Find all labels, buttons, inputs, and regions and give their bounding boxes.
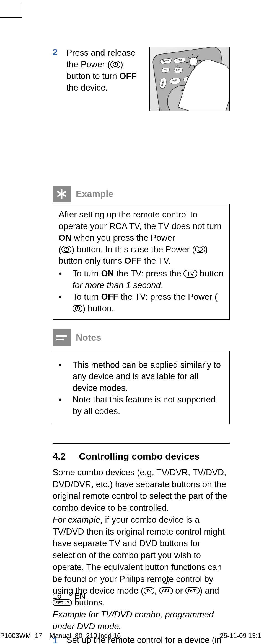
t: ( <box>59 245 61 254</box>
page-content: 2 Press and release the Power () button … <box>53 47 230 644</box>
svg-line-4 <box>187 56 190 59</box>
power-icon <box>73 305 82 312</box>
cbl-button-icon: CBL <box>159 587 173 594</box>
remote-tv-button: TV <box>161 67 170 73</box>
remote-illustration: INPUT SETUP TV SAT CBL MENU INFO GUIDE <box>149 47 230 111</box>
power-icon <box>110 61 120 68</box>
section-number: 4.2 <box>53 451 66 462</box>
t: ) button. <box>82 304 114 313</box>
section-rule <box>53 443 230 444</box>
section-title: Controlling combo devices <box>79 451 200 462</box>
t: button to turn <box>66 71 119 81</box>
t: the device. <box>66 83 108 93</box>
section-heading: 4.2 Controlling combo devices <box>53 451 230 462</box>
list-item: • To turn ON the TV: press the TV button… <box>59 268 224 291</box>
t: ) <box>120 60 123 69</box>
t: the TV: press the Power ( <box>118 292 217 302</box>
li-body: To turn OFF the TV: press the Power () b… <box>73 291 224 314</box>
t: This method can be applied similarly to … <box>73 359 224 394</box>
t: the Power ( <box>66 60 110 69</box>
t: . <box>161 280 163 290</box>
section-body: Some combo devices (e.g. TV/DVR, TV/DVD,… <box>53 467 230 644</box>
page-footer: 16 EN <box>53 591 85 601</box>
remote-setup-button: SETUP <box>174 57 186 63</box>
t: After setting up the remote control to o… <box>59 210 222 231</box>
t: Note that this feature is not supported … <box>73 394 224 417</box>
t-bold: OFF <box>101 292 118 302</box>
bullet: • <box>59 394 73 417</box>
t-bold: OFF <box>119 71 136 81</box>
tv-button-icon: TV <box>183 270 197 278</box>
t: Some combo devices (e.g. TV/DVR, TV/DVD,… <box>53 468 227 513</box>
imprint-line: P1003WM_17__Manual_80_210.indd 16 25-11-… <box>0 632 264 640</box>
step-number: 2 <box>53 47 66 111</box>
sat-cbl-label: CBL <box>159 585 173 597</box>
svg-line-3 <box>198 60 201 61</box>
page-lang: EN <box>74 591 85 600</box>
step-2: 2 Press and release the Power () button … <box>53 47 230 111</box>
list-item: • Note that this feature is not supporte… <box>59 394 224 417</box>
asterisk-icon <box>53 186 71 202</box>
t: To turn <box>73 269 101 278</box>
example-title: Example <box>76 189 113 199</box>
t: the TV. <box>142 256 171 266</box>
bullet: • <box>59 359 73 394</box>
page-number: 16 <box>53 591 72 601</box>
remote-guide-button: GUIDE <box>159 77 167 89</box>
t: , <box>154 586 159 596</box>
t: ) button. In this case the Power ( <box>71 245 195 254</box>
tv-button-icon: TV <box>144 587 154 594</box>
remote-menu-button: MENU <box>169 77 181 85</box>
svg-line-2 <box>186 62 189 63</box>
example-header: Example <box>53 186 230 202</box>
notes-title: Notes <box>76 332 101 343</box>
li-body: To turn ON the TV: press the TV button f… <box>73 268 224 291</box>
t: ) and <box>200 586 219 596</box>
t-bold: ON <box>101 269 114 278</box>
t: when you press the Power <box>72 233 175 243</box>
svg-line-7 <box>188 65 191 68</box>
notes-icon <box>53 329 71 346</box>
svg-line-0 <box>193 54 193 57</box>
notes-header: Notes <box>53 329 230 346</box>
example-box: After setting up the remote control to o… <box>53 204 230 320</box>
remote-input-button: INPUT <box>160 58 172 64</box>
power-icon <box>61 246 71 253</box>
power-icon <box>195 246 205 253</box>
dvd-button-icon: DVD <box>185 587 200 594</box>
step-text: Press and release the Power () button to… <box>66 47 144 93</box>
crop-marks <box>0 17 22 26</box>
t: button <box>197 269 224 278</box>
imprint-file: P1003WM_17__Manual_80_210.indd 16 <box>0 632 121 640</box>
t: the TV: press the <box>114 269 184 278</box>
t-bold: ON <box>59 233 72 243</box>
t-italic: for more than 1 second <box>73 280 161 290</box>
imprint-date: 25-11-09 13:1 <box>220 632 261 640</box>
bullet: • <box>59 268 73 291</box>
bullet: • <box>59 291 73 314</box>
t: or <box>173 586 185 596</box>
t-italic: Example for TV/DVD combo, programmed und… <box>53 610 214 631</box>
svg-line-6 <box>196 55 199 58</box>
list-item: • This method can be applied similarly t… <box>59 359 224 394</box>
t: , if your combo device is a TV/DVD then … <box>53 515 225 596</box>
t-italic: For example <box>53 515 100 525</box>
t: Press and release <box>66 48 136 58</box>
step-body: Press and release the Power () button to… <box>66 47 230 111</box>
notes-box: • This method can be applied similarly t… <box>53 351 230 424</box>
list-item: • To turn OFF the TV: press the Power ()… <box>59 291 224 314</box>
t: To turn <box>73 292 101 302</box>
t-bold: OFF <box>125 256 142 266</box>
